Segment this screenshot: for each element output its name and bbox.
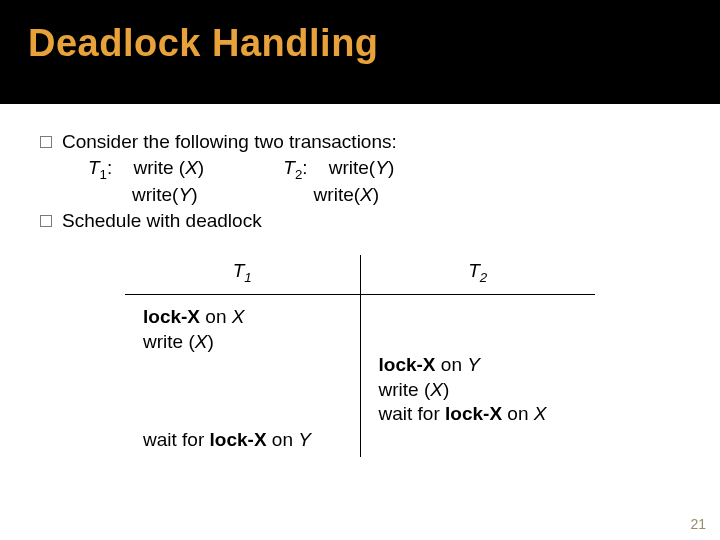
t2-op2a: write( <box>314 184 360 205</box>
h1t: T <box>233 260 245 281</box>
t1-step-3: wait for lock-X on Y <box>143 428 346 453</box>
t1s3c: on <box>267 429 299 450</box>
t1-op1a: : write ( <box>107 157 185 178</box>
bullet-2-text: Schedule with deadlock <box>62 209 262 233</box>
t2-step-2: write (X) <box>379 378 582 403</box>
cell-t2: lock-X on Y write (X) wait for lock-X on… <box>360 295 595 458</box>
title-bar: Deadlock Handling <box>0 0 720 104</box>
t2s2a: write ( <box>379 379 431 400</box>
schedule-table: T1 T2 lock-X on X write (X) wait for loc… <box>125 255 595 457</box>
bullet-icon <box>40 136 52 148</box>
gap1 <box>204 157 283 178</box>
t2s3d: X <box>534 403 547 424</box>
t1-op1x: X <box>185 157 198 178</box>
t2-op1y: Y <box>375 157 388 178</box>
t2-op2x: X <box>360 184 373 205</box>
cell-t1: lock-X on X write (X) wait for lock-X on… <box>125 295 360 458</box>
t1s1b: on <box>200 306 232 327</box>
slide: Deadlock Handling Consider the following… <box>0 0 720 540</box>
bullet-1-text: Consider the following two transactions: <box>62 130 397 154</box>
slide-title: Deadlock Handling <box>28 22 692 65</box>
t2s2c: ) <box>443 379 449 400</box>
t1-op2y: Y <box>178 184 191 205</box>
t1-step-2: write (X) <box>143 330 346 355</box>
col-header-t2: T2 <box>360 255 595 295</box>
t1-step-1: lock-X on X <box>143 305 346 330</box>
gap2 <box>197 184 313 205</box>
t2-op1a: : write( <box>302 157 375 178</box>
page-number: 21 <box>690 516 706 532</box>
t2-label: T <box>283 157 295 178</box>
transactions-line-1: T1: write (X) T2: write(Y) <box>40 156 680 183</box>
t2-op1b: ) <box>388 157 394 178</box>
t2s2b: X <box>430 379 443 400</box>
t2s1b: on <box>436 354 468 375</box>
h2t: T <box>468 260 480 281</box>
t1-gap <box>143 354 346 428</box>
t1s1c: X <box>232 306 245 327</box>
t1s3b: lock-X <box>210 429 267 450</box>
t1-op2a: write( <box>132 184 178 205</box>
t1s3d: Y <box>298 429 311 450</box>
slide-body: Consider the following two transactions:… <box>0 104 720 457</box>
deadlock-table: T1 T2 lock-X on X write (X) wait for loc… <box>125 255 595 457</box>
bullet-icon <box>40 215 52 227</box>
t2-step-1: lock-X on Y <box>379 353 582 378</box>
t2-op2b: ) <box>373 184 379 205</box>
table-row: lock-X on X write (X) wait for lock-X on… <box>125 295 595 458</box>
t2s3c: on <box>502 403 534 424</box>
t1-sub: 1 <box>100 167 107 182</box>
bullet-1: Consider the following two transactions: <box>40 130 680 154</box>
t1s2b: X <box>195 331 208 352</box>
t2s1c: Y <box>467 354 480 375</box>
t1s2a: write ( <box>143 331 195 352</box>
table-header-row: T1 T2 <box>125 255 595 295</box>
bullet-2: Schedule with deadlock <box>40 209 680 233</box>
h1s: 1 <box>244 269 251 284</box>
t2s3a: wait for <box>379 403 446 424</box>
t1s3a: wait for <box>143 429 210 450</box>
t1s2c: ) <box>207 331 213 352</box>
t2s3b: lock-X <box>445 403 502 424</box>
h2s: 2 <box>480 269 487 284</box>
t1-label: T <box>88 157 100 178</box>
transactions-line-2: write(Y) write(X) <box>40 183 680 207</box>
t2-gap <box>379 305 582 353</box>
t2s1a: lock-X <box>379 354 436 375</box>
t1s1a: lock-X <box>143 306 200 327</box>
col-header-t1: T1 <box>125 255 360 295</box>
t2-step-3: wait for lock-X on X <box>379 402 582 427</box>
